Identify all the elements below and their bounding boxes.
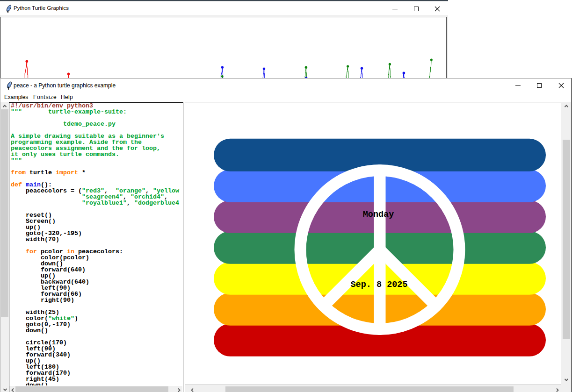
svg-text:Sep. 8 2025: Sep. 8 2025 [350,280,407,290]
svg-text:Monday: Monday [363,210,394,220]
